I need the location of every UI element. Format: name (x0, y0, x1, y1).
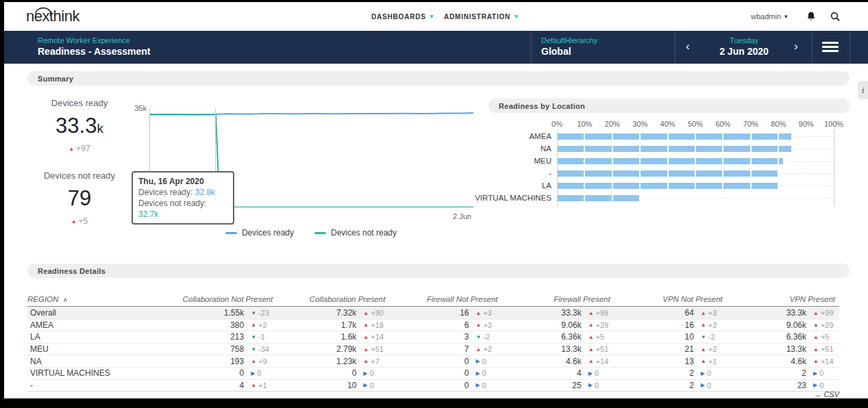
metric-cell[interactable]: 33.3k▲+99 (502, 308, 615, 318)
bar--[interactable] (558, 170, 779, 177)
metric-cell[interactable]: 758▼-34 (164, 344, 277, 354)
metric-cell[interactable]: 6.36k▲+5 (727, 332, 839, 342)
metric-cell[interactable]: 16▲+3 (389, 308, 501, 318)
metric-cell[interactable]: 213▼-1 (164, 332, 277, 342)
x-axis-tick: 90% (791, 120, 821, 128)
metric-cell[interactable]: 1.55k▼-23 (164, 308, 277, 318)
column-header-6[interactable]: VPN Present (727, 295, 839, 303)
bar-virtual-machines[interactable] (558, 195, 641, 201)
metric-cell[interactable]: 1.7k▲+18 (277, 320, 389, 330)
metric-value: 2.79k (336, 344, 356, 354)
next-day-button[interactable]: › (794, 39, 798, 54)
trend-up-icon: ▲ (701, 358, 706, 364)
gridline (806, 130, 807, 205)
search-icon[interactable] (830, 11, 841, 22)
trend-flat-icon: ▶ (813, 370, 817, 377)
metric-delta: +1 (708, 357, 717, 366)
metric-cell[interactable]: 0▶0 (164, 368, 277, 378)
metric-cell[interactable]: 10▶0 (277, 381, 389, 390)
metric-cell[interactable]: 21▲+2 (615, 344, 727, 354)
gridline (778, 130, 779, 205)
metric-cell[interactable]: 23▶0 (727, 381, 839, 390)
nexthink-logo[interactable]: nexthink (26, 7, 95, 29)
hamburger-menu-icon[interactable] (822, 42, 839, 54)
metric-cell[interactable]: 6▲+3 (389, 320, 501, 330)
trend-up-icon: ▲ (363, 358, 369, 364)
column-header-4[interactable]: Firewall Present (502, 295, 615, 303)
column-header-2[interactable]: Collaboration Present (277, 295, 389, 303)
metric-value: 33.3k (561, 308, 581, 318)
column-header-1[interactable]: Collaboration Not Present (164, 295, 277, 303)
region-name: VIRTUAL MACHINES (27, 368, 164, 378)
info-tab[interactable]: i (858, 81, 868, 99)
metric-cell[interactable]: 380▲+2 (164, 320, 277, 330)
metric-cell[interactable]: 16▲+2 (615, 320, 727, 330)
notifications-bell-icon[interactable] (806, 11, 817, 22)
region-name: LA (27, 332, 164, 342)
metric-cell[interactable]: 2▶0 (727, 368, 839, 378)
metric-cell[interactable]: 7.32k▲+90 (277, 308, 389, 318)
trend-down-icon: ▼ (701, 334, 706, 340)
metric-cell[interactable]: 6.36k▲+5 (502, 332, 615, 342)
metric-delta-group: ▲+2 (694, 345, 727, 353)
bar-amea[interactable] (558, 133, 791, 140)
user-menu[interactable]: wbadmin ▾ (751, 2, 788, 31)
metric-cell[interactable]: 2.79k▲+51 (277, 344, 389, 354)
legend-item-devices-ready[interactable]: Devices ready (225, 228, 294, 238)
metric-cell[interactable]: 3▼-2 (389, 332, 501, 342)
date-selector[interactable]: Tuesday 2 Jun 2020 (706, 36, 782, 58)
x-axis-tick: 100% (819, 120, 849, 128)
metric-cell[interactable]: 0▶0 (277, 368, 389, 378)
metric-delta: 0 (369, 369, 373, 377)
trend-up-icon: ▲ (251, 358, 256, 364)
metric-cell[interactable]: 64▲+3 (615, 308, 727, 318)
metric-cell[interactable]: 4▲+1 (164, 381, 277, 390)
kpi-value[interactable]: 33.3k (25, 114, 134, 138)
metric-delta: +1 (258, 381, 267, 390)
bar-na[interactable] (558, 146, 791, 152)
metric-cell[interactable]: 193▲+9 (164, 357, 277, 366)
menu-administration[interactable]: ADMINISTRATION ▾ (444, 2, 518, 31)
divider (675, 31, 675, 64)
metric-cell[interactable]: 2▶0 (615, 368, 727, 378)
metric-cell[interactable]: 13▲+1 (615, 357, 727, 366)
metric-cell[interactable]: 9.06k▲+29 (727, 320, 839, 330)
metric-cell[interactable]: 0▶0 (389, 381, 501, 390)
metric-cell[interactable]: 10▼-2 (615, 332, 727, 342)
metric-delta: 0 (482, 369, 486, 377)
column-header-5[interactable]: VPN Not Present (615, 295, 727, 303)
metric-value: 0 (352, 368, 357, 378)
metric-cell[interactable]: 25▶0 (502, 381, 615, 390)
table-row-na: NA193▲+91.23k▲+70▶04.6k▲+1413▲+14.6k▲+14 (27, 355, 839, 367)
metric-cell[interactable]: 1.6k▲+14 (277, 332, 389, 342)
kpi-value[interactable]: 79 (25, 186, 134, 211)
trend-up-icon: ▲ (476, 310, 482, 316)
hierarchy-selector[interactable]: DefaultHierarchy Global (541, 36, 597, 58)
legend-item-devices-not-ready[interactable]: Devices not ready (314, 228, 397, 238)
bar-label--: - (449, 168, 551, 179)
metric-cell[interactable]: 2▶0 (615, 381, 727, 390)
metric-cell[interactable]: 13.3k▲+51 (727, 344, 839, 354)
weekday-label: Tuesday (706, 36, 782, 45)
metric-cell[interactable]: 4▶0 (502, 368, 615, 378)
metric-cell[interactable]: 7▲+2 (389, 344, 501, 354)
metric-delta: -1 (258, 333, 265, 341)
metric-cell[interactable]: 33.3k▲+99 (727, 308, 839, 318)
metric-delta-group: ▲+51 (582, 345, 615, 353)
metric-delta-group: ▶0 (244, 369, 277, 377)
metric-cell[interactable]: 4.6k▲+14 (502, 357, 615, 366)
metric-cell[interactable]: 0▶0 (389, 357, 501, 366)
menu-dashboards[interactable]: DASHBOARDS ▾ (371, 2, 434, 31)
prev-day-button[interactable]: ‹ (686, 39, 690, 54)
metric-cell[interactable]: 1.23k▲+7 (277, 357, 389, 366)
username: wbadmin (751, 12, 781, 21)
column-header-3[interactable]: Firewall Not Present (389, 295, 501, 303)
metric-cell[interactable]: 4.6k▲+14 (727, 357, 839, 366)
metric-cell[interactable]: 9.06k▲+29 (502, 320, 615, 330)
metric-cell[interactable]: 13.3k▲+51 (502, 344, 615, 354)
trend-up-icon: ▲ (701, 322, 706, 328)
csv-export-link[interactable]: → CSV (814, 390, 839, 398)
metric-value: 2 (689, 368, 694, 378)
metric-cell[interactable]: 0▶0 (389, 368, 501, 378)
column-header-region[interactable]: REGION ∧ (27, 295, 164, 303)
